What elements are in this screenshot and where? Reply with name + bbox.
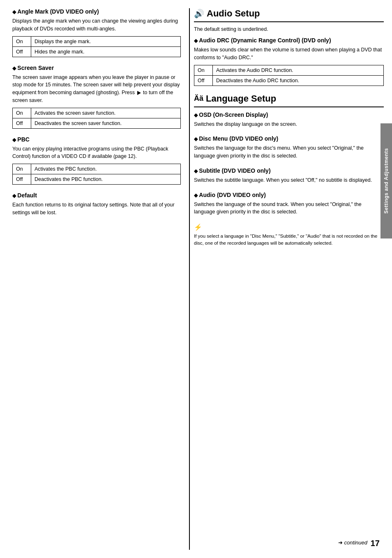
pbc-table: On Activates the PBC function. Off Deact… [12,164,181,185]
table-row: Off Deactivates the screen saver functio… [13,118,181,128]
angle-mark-body: Displays the angle mark when you can cha… [12,17,181,33]
section-audio-drc: Audio DRC (Dynamic Range Control) (DVD o… [194,37,384,86]
arrow-icon: ➜ [338,539,343,546]
audio-lang-body: Switches the language of the sound track… [194,201,384,216]
section-pbc: PBC You can enjoy playing interactive pr… [12,136,181,185]
table-row: Off Deactivates the Audio DRC function. [194,75,384,86]
language-setup-header: Ää Language Setup [194,93,384,107]
page-container: Angle Mark (DVD VIDEO only) Displays the… [0,0,392,558]
table-cell-option: Off [194,75,213,86]
screen-saver-title: Screen Saver [12,65,181,71]
language-icon: Ää [194,94,203,103]
table-row: Off Deactivates the PBC function. [13,174,181,185]
continued-text: continued [344,539,367,546]
section-disc-menu: Disc Menu (DVD VIDEO only) Switches the … [194,135,384,160]
audio-drc-title: Audio DRC (Dynamic Range Control) (DVD o… [194,37,384,44]
audio-lang-title: Audio (DVD VIDEO only) [194,192,384,198]
angle-mark-title: Angle Mark (DVD VIDEO only) [12,8,181,15]
audio-drc-table: On Activates the Audio DRC function. Off… [194,65,384,86]
table-cell-desc: Deactivates the Audio DRC function. [213,75,384,86]
table-cell-option: On [13,108,31,118]
sidebar-tab-label: Settings and Adjustments [383,148,389,214]
table-cell-option: On [13,36,31,46]
section-angle-mark: Angle Mark (DVD VIDEO only) Displays the… [12,8,181,57]
audio-setup-label: Audio Setup [207,8,260,19]
section-default: Default Each function returns to its ori… [12,192,181,217]
osd-title: OSD (On-Screen Display) [194,111,384,118]
table-row: On Displays the angle mark. [13,36,181,46]
table-cell-option: On [13,164,31,174]
default-setting-text: The default setting is underlined. [194,26,384,32]
disc-menu-body: Switches the language for the disc's men… [194,144,384,160]
screen-saver-body: The screen saver image appears when you … [12,74,181,104]
disc-menu-title: Disc Menu (DVD VIDEO only) [194,135,384,142]
section-screen-saver: Screen Saver The screen saver image appe… [12,65,181,129]
default-body: Each function returns to its original fa… [12,201,181,217]
section-note: ⚡ If you select a language in "Disc Menu… [194,223,384,246]
note-text: If you select a language in "Disc Menu,"… [194,233,384,246]
table-row: On Activates the screen saver function. [13,108,181,118]
audio-setup-title: 🔊 Audio Setup [194,8,384,19]
table-cell-desc: Deactivates the screen saver function. [31,118,181,128]
section-subtitle: Subtitle (DVD VIDEO only) Switches the s… [194,167,384,184]
continued-line: ➜ continued [338,539,367,546]
audio-setup-header: 🔊 Audio Setup [194,8,384,22]
table-cell-option: On [194,65,213,75]
pbc-body: You can enjoy playing interactive progra… [12,145,181,161]
table-cell-desc: Deactivates the PBC function. [31,174,181,185]
table-cell-option: Off [13,118,31,128]
left-column: Angle Mark (DVD VIDEO only) Displays the… [12,8,189,550]
subtitle-body: Switches the subtitle language. When you… [194,176,384,184]
table-cell-desc: Activates the PBC function. [31,164,181,174]
sidebar-tab: Settings and Adjustments [380,123,392,238]
page-number: 17 [371,539,380,548]
table-row: On Activates the PBC function. [13,164,181,174]
section-osd: OSD (On-Screen Display) Switches the dis… [194,111,384,128]
table-cell-desc: Hides the angle mark. [31,46,181,57]
table-cell-desc: Activates the screen saver function. [31,108,181,118]
main-content: Angle Mark (DVD VIDEO only) Displays the… [0,0,392,558]
table-cell-option: Off [13,174,31,185]
osd-body: Switches the display language on the scr… [194,120,384,128]
table-row: Off Hides the angle mark. [13,46,181,57]
table-row: On Activates the Audio DRC function. [194,65,384,75]
audio-icon: 🔊 [194,9,204,19]
screen-saver-table: On Activates the screen saver function. … [12,108,181,129]
table-cell-desc: Displays the angle mark. [31,36,181,46]
subtitle-title: Subtitle (DVD VIDEO only) [194,167,384,174]
audio-drc-body: Makes low sounds clear when the volume i… [194,46,384,62]
pbc-title: PBC [12,136,181,143]
language-setup-label: Language Setup [206,93,276,104]
default-title: Default [12,192,181,199]
note-icon: ⚡ [194,223,384,231]
section-audio-lang: Audio (DVD VIDEO only) Switches the lang… [194,192,384,216]
right-column: 🔊 Audio Setup The default setting is und… [189,8,384,550]
table-cell-option: Off [13,46,31,57]
angle-mark-table: On Displays the angle mark. Off Hides th… [12,36,181,57]
table-cell-desc: Activates the Audio DRC function. [213,65,384,75]
